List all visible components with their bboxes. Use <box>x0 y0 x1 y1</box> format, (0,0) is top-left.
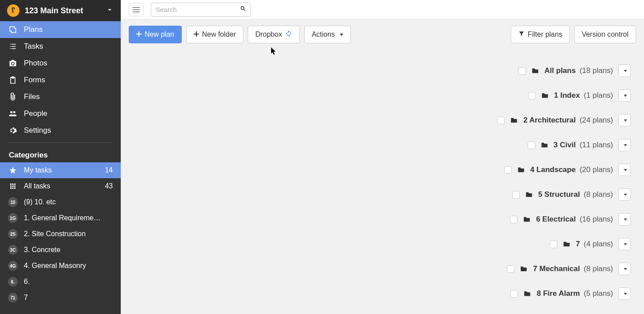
folder-count: (5 plans) <box>584 289 613 298</box>
folder-checkbox[interactable] <box>550 241 557 248</box>
caret-down-icon <box>624 169 627 171</box>
sidebar-item-people[interactable]: People <box>0 105 121 122</box>
sidebar-item-settings[interactable]: Settings <box>0 122 121 139</box>
folder-label-group[interactable]: 2 Architectural (24 plans) <box>523 116 613 125</box>
folder-actions-dropdown[interactable] <box>618 164 631 176</box>
category-badge: 1G <box>8 213 18 223</box>
folder-name: 1 Index <box>554 91 580 100</box>
folder-checkbox[interactable] <box>510 216 518 223</box>
category-item[interactable]: 717 <box>0 290 121 306</box>
folder-name: 7 Mechanical <box>533 264 580 273</box>
folder-label-group[interactable]: 8 Fire Alarm (5 plans) <box>537 289 613 298</box>
folder-actions-dropdown[interactable] <box>618 263 631 275</box>
filter-icon <box>518 31 525 38</box>
caret-down-icon <box>624 243 627 245</box>
folder-checkbox[interactable] <box>497 117 505 124</box>
folder-icon <box>531 67 539 75</box>
version-control-button[interactable]: Version control <box>574 26 636 43</box>
sidebar-item-files[interactable]: Files <box>0 88 121 105</box>
category-item[interactable]: My tasks14 <box>0 162 121 178</box>
hamburger-button[interactable] <box>129 3 144 16</box>
folder-name: 4 Landscape <box>530 165 576 174</box>
folder-checkbox[interactable] <box>504 166 512 174</box>
actions-dropdown[interactable]: Actions <box>304 26 351 43</box>
gear-icon <box>8 126 18 135</box>
category-badge: 2S <box>8 229 18 239</box>
folder-label-group[interactable]: All plans (18 plans) <box>544 66 613 75</box>
search-field[interactable] <box>151 3 251 17</box>
folder-checkbox[interactable] <box>518 67 526 75</box>
filter-plans-button[interactable]: Filter plans <box>511 26 570 43</box>
project-switcher[interactable]: 123 Main Street <box>0 0 121 21</box>
sidebar-item-label: Files <box>24 92 113 101</box>
people-icon <box>8 109 18 119</box>
category-item[interactable]: 1G1. General Requireme… <box>0 210 121 226</box>
folder-label-group[interactable]: 4 Landscape (20 plans) <box>530 165 613 174</box>
sidebar-item-forms[interactable]: Forms <box>0 72 121 88</box>
category-item[interactable]: 6.6. <box>0 274 121 290</box>
category-label: My tasks <box>24 166 102 174</box>
new-folder-button[interactable]: New folder <box>186 26 243 43</box>
folder-label-group[interactable]: 3 Civil (11 plans) <box>554 141 613 149</box>
caret-down-icon <box>340 34 343 36</box>
sidebar-item-label: Tasks <box>24 42 113 51</box>
sidebar-item-label: Settings <box>24 126 113 135</box>
folder-label-group[interactable]: 6 Electrical (16 plans) <box>536 215 613 224</box>
folder-checkbox[interactable] <box>507 265 514 273</box>
folder-icon <box>541 92 549 100</box>
sidebar-item-photos[interactable]: Photos <box>0 55 121 72</box>
folder-checkbox[interactable] <box>510 290 518 298</box>
folder-checkbox[interactable] <box>528 92 536 100</box>
chevron-down-icon <box>106 6 114 15</box>
sidebar-item-label: Forms <box>24 76 113 84</box>
toolbar: New plan New folder Dropbox Actions Filt… <box>121 19 644 50</box>
folder-actions-dropdown[interactable] <box>618 139 631 151</box>
folder-count: (24 plans) <box>579 116 613 124</box>
folder-actions-dropdown[interactable] <box>618 188 631 201</box>
category-label: All tasks <box>24 182 102 190</box>
category-item[interactable]: 10(9) 10. etc <box>0 194 121 210</box>
sidebar-item-plans[interactable]: Plans <box>0 21 121 38</box>
folder-actions-dropdown[interactable] <box>618 65 631 77</box>
folder-icon <box>520 265 528 273</box>
folder-actions-dropdown[interactable] <box>618 287 631 300</box>
category-item[interactable]: All tasks43 <box>0 178 121 194</box>
sidebar-item-tasks[interactable]: Tasks <box>0 38 121 55</box>
new-plan-button[interactable]: New plan <box>129 26 182 43</box>
camera-icon <box>8 58 18 68</box>
folder-count: (8 plans) <box>584 264 613 273</box>
folder-icon <box>517 166 525 174</box>
search-input[interactable] <box>156 6 240 13</box>
caret-down-icon <box>624 144 627 146</box>
folder-count: (8 plans) <box>584 190 613 199</box>
plus-icon <box>136 31 142 38</box>
category-item[interactable]: 4G4. General Masonry <box>0 258 121 274</box>
folder-actions-dropdown[interactable] <box>618 238 631 250</box>
plus-icon <box>194 31 199 38</box>
category-label: 4. General Masonry <box>24 262 113 270</box>
folder-actions-dropdown[interactable] <box>618 114 631 126</box>
content-area: All plans (18 plans)1 Index (1 plans)2 A… <box>121 50 644 314</box>
category-label: (9) 10. etc <box>24 198 113 206</box>
folder-label-group[interactable]: 5 Structural (8 plans) <box>538 190 613 199</box>
folder-name: 5 Structural <box>538 190 580 199</box>
star-icon <box>8 165 18 175</box>
category-badge: 3C <box>8 245 18 255</box>
caret-down-icon <box>624 70 627 72</box>
category-item[interactable]: 2S2. Site Construction <box>0 226 121 242</box>
filter-plans-label: Filter plans <box>528 31 562 38</box>
topbar <box>121 0 644 19</box>
category-item[interactable]: 3C3. Concrete <box>0 242 121 258</box>
caret-down-icon <box>624 218 627 221</box>
folder-actions-dropdown[interactable] <box>618 89 631 102</box>
category-count: 43 <box>105 182 113 190</box>
folder-actions-dropdown[interactable] <box>618 213 631 226</box>
folder-name: All plans <box>544 66 576 75</box>
folder-label-group[interactable]: 7 Mechanical (8 plans) <box>533 264 613 273</box>
folder-label-group[interactable]: 7 (4 plans) <box>576 240 613 249</box>
category-label: 7 <box>24 294 113 302</box>
dropbox-button[interactable]: Dropbox <box>248 26 299 43</box>
folder-checkbox[interactable] <box>528 142 535 149</box>
folder-label-group[interactable]: 1 Index (1 plans) <box>554 91 613 100</box>
folder-checkbox[interactable] <box>512 191 520 199</box>
